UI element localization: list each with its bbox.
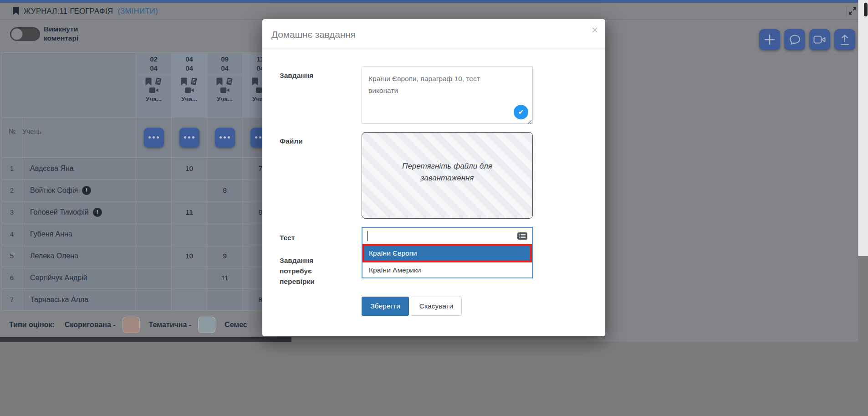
student-name-cell: Лелека Олена bbox=[22, 245, 136, 267]
resize-handle-icon[interactable] bbox=[526, 118, 532, 126]
grade-cell[interactable] bbox=[136, 289, 171, 310]
legend-item: Семес bbox=[225, 321, 247, 329]
grade-cell[interactable] bbox=[207, 158, 242, 179]
page: ЖУРНАЛ:11 ГЕОГРАФІЯ (ЗМІНИТИ) Вимкнути к… bbox=[0, 0, 868, 416]
grade-cell[interactable] bbox=[172, 267, 207, 288]
warning-icon: ! bbox=[93, 208, 102, 217]
close-icon[interactable]: × bbox=[592, 25, 598, 36]
grade-cell[interactable] bbox=[172, 180, 207, 201]
video-camera-icon bbox=[185, 87, 194, 93]
homework-modal: Домашнє завдання × Завдання Країни Європ… bbox=[262, 19, 605, 336]
plus-icon bbox=[764, 34, 776, 46]
legend-item: Скоригована - bbox=[65, 317, 140, 333]
grade-cell[interactable]: 11 bbox=[207, 267, 242, 288]
book-icon bbox=[154, 77, 162, 86]
date-text: 04 bbox=[185, 55, 193, 64]
date-column-header[interactable]: 0404 bbox=[172, 53, 207, 74]
plus-button[interactable] bbox=[759, 29, 780, 50]
expand-icon[interactable] bbox=[848, 6, 858, 16]
date-column-header[interactable]: 0204 bbox=[136, 53, 171, 74]
grade-cell[interactable]: 10 bbox=[172, 158, 207, 179]
dropdown-option[interactable]: Країни Америки bbox=[363, 262, 532, 277]
participants-label: Уча... bbox=[181, 96, 197, 103]
date-text: 04 bbox=[221, 64, 229, 73]
column-more-button[interactable] bbox=[144, 128, 164, 148]
row-number-cell: 6 bbox=[2, 267, 22, 288]
date-text: 09 bbox=[221, 55, 229, 64]
grade-cell[interactable] bbox=[207, 289, 242, 310]
files-label: Файли bbox=[280, 136, 303, 146]
file-dropzone[interactable]: Перетягніть файли для завантаження bbox=[362, 132, 533, 219]
grade-cell[interactable] bbox=[172, 223, 207, 245]
journal-title: ЖУРНАЛ:11 ГЕОГРАФІЯ bbox=[24, 7, 113, 15]
student-name-cell: Сергійчук Андрій bbox=[22, 267, 136, 288]
upload-button[interactable] bbox=[834, 29, 855, 50]
cancel-button[interactable]: Скасувати bbox=[411, 297, 462, 316]
grade-cell[interactable] bbox=[207, 201, 242, 223]
disable-comments-toggle[interactable] bbox=[10, 27, 40, 41]
scrollbar-track[interactable] bbox=[858, 0, 868, 256]
video-camera-icon bbox=[813, 35, 826, 44]
date-text: 04 bbox=[150, 64, 158, 73]
video-camera-button[interactable] bbox=[809, 29, 830, 50]
disable-comments-label: Вимкнути коментарі bbox=[44, 25, 98, 43]
column-more-button[interactable] bbox=[215, 128, 235, 148]
table-bottom-edge bbox=[0, 337, 291, 342]
modal-header: Домашнє завдання × bbox=[262, 19, 605, 50]
app-header: ЖУРНАЛ:11 ГЕОГРАФІЯ (ЗМІНИТИ) bbox=[0, 3, 858, 20]
grade-cell[interactable] bbox=[136, 245, 171, 267]
lesson-icons-cell[interactable]: Уча... bbox=[136, 75, 171, 117]
upload-icon bbox=[839, 34, 850, 46]
date-column-header[interactable]: 0904 bbox=[207, 53, 242, 74]
lesson-icons-cell[interactable]: Уча... bbox=[172, 75, 207, 117]
row-number-cell: 7 bbox=[2, 289, 22, 310]
student-name: Войтюк Софія bbox=[30, 186, 78, 195]
grade-cell[interactable] bbox=[207, 223, 242, 245]
check-icon: ✔ bbox=[514, 105, 528, 119]
column-more-button[interactable] bbox=[179, 128, 199, 148]
legend-color-chip bbox=[198, 317, 215, 333]
journal-actions bbox=[759, 29, 855, 50]
chat-button[interactable] bbox=[784, 29, 805, 50]
student-name-cell: Авдєєва Яна bbox=[22, 158, 136, 179]
modal-title: Домашнє завдання bbox=[271, 19, 356, 50]
header-divider bbox=[846, 6, 847, 17]
date-text: 02 bbox=[150, 55, 158, 64]
grade-cell[interactable]: 8 bbox=[207, 180, 242, 201]
grade-cell[interactable] bbox=[136, 267, 171, 288]
column-menu-cell bbox=[207, 118, 242, 157]
grade-cell[interactable]: 9 bbox=[207, 245, 242, 267]
save-button[interactable]: Зберегти bbox=[362, 297, 409, 316]
grade-cell[interactable]: 10 bbox=[172, 245, 207, 267]
bookmark-icon bbox=[181, 77, 187, 86]
grade-cell[interactable] bbox=[136, 180, 171, 201]
book-icon bbox=[225, 77, 233, 86]
test-label: Тест bbox=[280, 232, 295, 243]
date-text: 04 bbox=[185, 64, 193, 73]
dropdown-option[interactable]: Країни Європи bbox=[364, 246, 530, 261]
column-menu-cell bbox=[136, 118, 171, 157]
task-textarea[interactable]: Країни Європи, параграф 10, тест виконат… bbox=[362, 67, 533, 124]
grade-cell[interactable] bbox=[136, 158, 171, 179]
bookmark-icon bbox=[252, 77, 258, 86]
test-dropdown-options: Країни ЄвропиКраїни Америки bbox=[363, 244, 532, 277]
row-number-cell: 5 bbox=[2, 245, 22, 267]
list-icon[interactable] bbox=[517, 232, 527, 240]
student-name: Авдєєва Яна bbox=[30, 164, 74, 173]
change-journal-link[interactable]: (ЗМІНИТИ) bbox=[117, 7, 158, 15]
student-name: Головей Тимофій bbox=[30, 208, 89, 216]
needs-check-label: Завдання потребує перевірки bbox=[280, 255, 334, 287]
legend-item-label: Скоригована - bbox=[65, 321, 116, 329]
grade-cell[interactable] bbox=[136, 201, 171, 223]
scrollbar-thumb[interactable] bbox=[864, 3, 868, 16]
legend-item: Тематична - bbox=[149, 317, 215, 333]
warning-icon: ! bbox=[82, 186, 91, 195]
task-label: Завдання bbox=[280, 70, 313, 81]
student-name-cell: Тарнавська Алла bbox=[22, 289, 136, 310]
grade-cell[interactable] bbox=[172, 289, 207, 310]
test-input[interactable] bbox=[363, 228, 532, 244]
grade-cell[interactable]: 11 bbox=[172, 201, 207, 223]
lesson-icons-cell[interactable]: Уча... bbox=[207, 75, 242, 117]
grade-cell[interactable] bbox=[136, 223, 171, 245]
bookmark-icon bbox=[13, 7, 19, 15]
